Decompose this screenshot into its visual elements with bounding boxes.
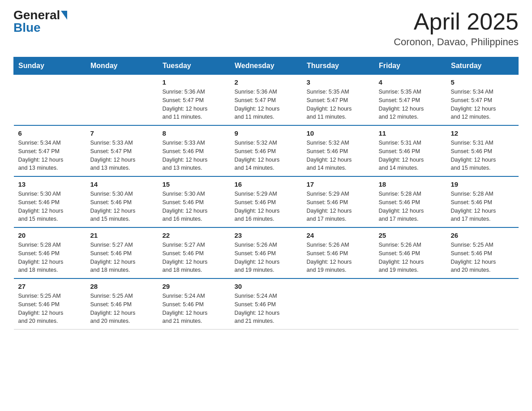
calendar-day: 25Sunrise: 5:26 AM Sunset: 5:46 PM Dayli… xyxy=(374,227,446,278)
week-row: 20Sunrise: 5:28 AM Sunset: 5:46 PM Dayli… xyxy=(14,227,519,278)
day-number: 2 xyxy=(235,78,298,86)
day-info: Sunrise: 5:33 AM Sunset: 5:47 PM Dayligh… xyxy=(90,139,154,172)
calendar-day: 28Sunrise: 5:25 AM Sunset: 5:46 PM Dayli… xyxy=(86,278,158,330)
calendar-day: 5Sunrise: 5:34 AM Sunset: 5:47 PM Daylig… xyxy=(446,75,519,126)
day-number: 28 xyxy=(90,283,154,290)
calendar-day: 6Sunrise: 5:34 AM Sunset: 5:47 PM Daylig… xyxy=(14,125,86,176)
day-number: 11 xyxy=(379,129,442,137)
day-number: 14 xyxy=(90,180,154,188)
calendar-day: 12Sunrise: 5:31 AM Sunset: 5:46 PM Dayli… xyxy=(446,125,519,176)
day-number: 9 xyxy=(235,129,298,137)
calendar-day: 23Sunrise: 5:26 AM Sunset: 5:46 PM Dayli… xyxy=(230,227,302,278)
title-area: April 2025 Coronon, Davao, Philippines xyxy=(394,9,519,48)
weekday-header-tuesday: Tuesday xyxy=(158,57,230,75)
logo-triangle-icon xyxy=(61,11,67,20)
day-number: 1 xyxy=(163,78,226,86)
calendar-day: 8Sunrise: 5:33 AM Sunset: 5:46 PM Daylig… xyxy=(158,125,230,176)
day-info: Sunrise: 5:31 AM Sunset: 5:46 PM Dayligh… xyxy=(451,139,514,172)
calendar-day: 22Sunrise: 5:27 AM Sunset: 5:46 PM Dayli… xyxy=(158,227,230,278)
day-info: Sunrise: 5:36 AM Sunset: 5:47 PM Dayligh… xyxy=(163,88,226,121)
day-number: 22 xyxy=(163,231,226,239)
calendar-table: SundayMondayTuesdayWednesdayThursdayFrid… xyxy=(13,57,519,330)
day-info: Sunrise: 5:34 AM Sunset: 5:47 PM Dayligh… xyxy=(18,139,82,172)
day-info: Sunrise: 5:36 AM Sunset: 5:47 PM Dayligh… xyxy=(235,88,298,121)
calendar-day: 30Sunrise: 5:24 AM Sunset: 5:46 PM Dayli… xyxy=(230,278,302,330)
calendar-day xyxy=(302,278,374,330)
day-info: Sunrise: 5:27 AM Sunset: 5:46 PM Dayligh… xyxy=(90,241,154,274)
logo-blue: Blue xyxy=(13,21,41,34)
day-number: 24 xyxy=(307,231,370,239)
calendar-day: 4Sunrise: 5:35 AM Sunset: 5:47 PM Daylig… xyxy=(374,75,446,126)
day-info: Sunrise: 5:25 AM Sunset: 5:46 PM Dayligh… xyxy=(451,241,514,274)
day-number: 5 xyxy=(451,78,514,86)
calendar-day xyxy=(14,75,86,126)
logo: General Blue xyxy=(13,9,67,34)
calendar-day: 18Sunrise: 5:28 AM Sunset: 5:46 PM Dayli… xyxy=(374,176,446,227)
day-info: Sunrise: 5:25 AM Sunset: 5:46 PM Dayligh… xyxy=(18,292,82,325)
day-info: Sunrise: 5:31 AM Sunset: 5:46 PM Dayligh… xyxy=(379,139,442,172)
day-info: Sunrise: 5:24 AM Sunset: 5:46 PM Dayligh… xyxy=(163,292,226,325)
calendar-day: 26Sunrise: 5:25 AM Sunset: 5:46 PM Dayli… xyxy=(446,227,519,278)
calendar-day: 10Sunrise: 5:32 AM Sunset: 5:46 PM Dayli… xyxy=(302,125,374,176)
day-info: Sunrise: 5:34 AM Sunset: 5:47 PM Dayligh… xyxy=(451,88,514,121)
calendar-day: 2Sunrise: 5:36 AM Sunset: 5:47 PM Daylig… xyxy=(230,75,302,126)
calendar-day: 17Sunrise: 5:29 AM Sunset: 5:46 PM Dayli… xyxy=(302,176,374,227)
calendar-day xyxy=(374,278,446,330)
weekday-header-friday: Friday xyxy=(374,57,446,75)
day-info: Sunrise: 5:30 AM Sunset: 5:46 PM Dayligh… xyxy=(163,190,226,223)
day-info: Sunrise: 5:26 AM Sunset: 5:46 PM Dayligh… xyxy=(235,241,298,274)
calendar-day: 24Sunrise: 5:26 AM Sunset: 5:46 PM Dayli… xyxy=(302,227,374,278)
calendar-day: 19Sunrise: 5:28 AM Sunset: 5:46 PM Dayli… xyxy=(446,176,519,227)
week-row: 1Sunrise: 5:36 AM Sunset: 5:47 PM Daylig… xyxy=(14,75,519,126)
day-info: Sunrise: 5:26 AM Sunset: 5:46 PM Dayligh… xyxy=(307,241,370,274)
day-info: Sunrise: 5:35 AM Sunset: 5:47 PM Dayligh… xyxy=(307,88,370,121)
calendar-day: 20Sunrise: 5:28 AM Sunset: 5:46 PM Dayli… xyxy=(14,227,86,278)
day-info: Sunrise: 5:32 AM Sunset: 5:46 PM Dayligh… xyxy=(235,139,298,172)
calendar-day: 15Sunrise: 5:30 AM Sunset: 5:46 PM Dayli… xyxy=(158,176,230,227)
day-number: 19 xyxy=(451,180,514,188)
day-number: 10 xyxy=(307,129,370,137)
day-info: Sunrise: 5:35 AM Sunset: 5:47 PM Dayligh… xyxy=(379,88,442,121)
day-number: 27 xyxy=(18,283,82,290)
header: General Blue April 2025 Coronon, Davao, … xyxy=(13,9,519,48)
calendar-day xyxy=(446,278,519,330)
day-number: 18 xyxy=(379,180,442,188)
calendar-day: 7Sunrise: 5:33 AM Sunset: 5:47 PM Daylig… xyxy=(86,125,158,176)
calendar-day: 14Sunrise: 5:30 AM Sunset: 5:46 PM Dayli… xyxy=(86,176,158,227)
day-number: 12 xyxy=(451,129,514,137)
day-number: 16 xyxy=(235,180,298,188)
weekday-header-sunday: Sunday xyxy=(14,57,86,75)
day-info: Sunrise: 5:30 AM Sunset: 5:46 PM Dayligh… xyxy=(90,190,154,223)
day-number: 8 xyxy=(163,129,226,137)
day-number: 13 xyxy=(18,180,82,188)
day-number: 7 xyxy=(90,129,154,137)
day-number: 15 xyxy=(163,180,226,188)
day-info: Sunrise: 5:29 AM Sunset: 5:46 PM Dayligh… xyxy=(307,190,370,223)
day-info: Sunrise: 5:25 AM Sunset: 5:46 PM Dayligh… xyxy=(90,292,154,325)
day-info: Sunrise: 5:29 AM Sunset: 5:46 PM Dayligh… xyxy=(235,190,298,223)
day-number: 3 xyxy=(307,78,370,86)
weekday-header-monday: Monday xyxy=(86,57,158,75)
day-info: Sunrise: 5:28 AM Sunset: 5:46 PM Dayligh… xyxy=(379,190,442,223)
day-info: Sunrise: 5:24 AM Sunset: 5:46 PM Dayligh… xyxy=(235,292,298,325)
day-info: Sunrise: 5:30 AM Sunset: 5:46 PM Dayligh… xyxy=(18,190,82,223)
day-info: Sunrise: 5:28 AM Sunset: 5:46 PM Dayligh… xyxy=(18,241,82,274)
day-number: 23 xyxy=(235,231,298,239)
day-info: Sunrise: 5:26 AM Sunset: 5:46 PM Dayligh… xyxy=(379,241,442,274)
day-info: Sunrise: 5:27 AM Sunset: 5:46 PM Dayligh… xyxy=(163,241,226,274)
day-number: 29 xyxy=(163,283,226,290)
calendar-day: 27Sunrise: 5:25 AM Sunset: 5:46 PM Dayli… xyxy=(14,278,86,330)
week-row: 27Sunrise: 5:25 AM Sunset: 5:46 PM Dayli… xyxy=(14,278,519,330)
weekday-header-wednesday: Wednesday xyxy=(230,57,302,75)
day-number: 4 xyxy=(379,78,442,86)
weekday-header-saturday: Saturday xyxy=(446,57,519,75)
calendar-day: 3Sunrise: 5:35 AM Sunset: 5:47 PM Daylig… xyxy=(302,75,374,126)
day-number: 20 xyxy=(18,231,82,239)
calendar-title: April 2025 xyxy=(394,9,519,34)
calendar-day: 29Sunrise: 5:24 AM Sunset: 5:46 PM Dayli… xyxy=(158,278,230,330)
day-info: Sunrise: 5:32 AM Sunset: 5:46 PM Dayligh… xyxy=(307,139,370,172)
weekday-header-thursday: Thursday xyxy=(302,57,374,75)
day-number: 26 xyxy=(451,231,514,239)
week-row: 13Sunrise: 5:30 AM Sunset: 5:46 PM Dayli… xyxy=(14,176,519,227)
calendar-day: 11Sunrise: 5:31 AM Sunset: 5:46 PM Dayli… xyxy=(374,125,446,176)
